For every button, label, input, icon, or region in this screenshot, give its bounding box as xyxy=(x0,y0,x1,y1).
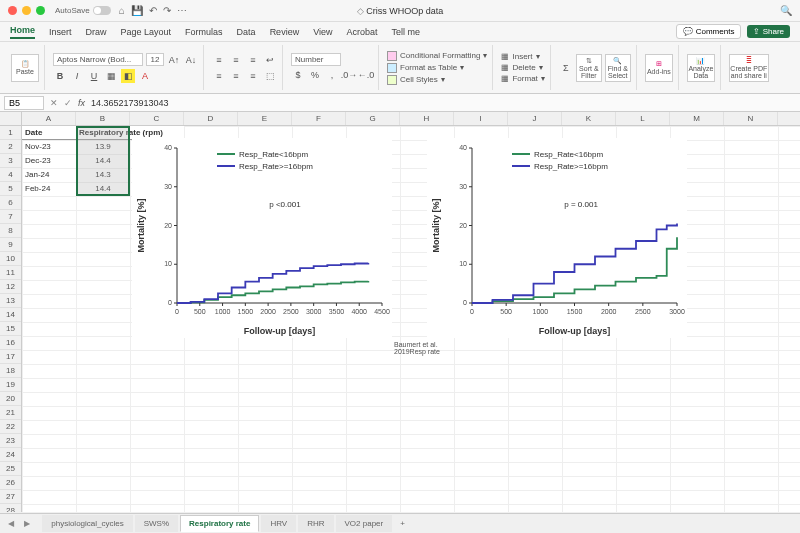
autosum-icon[interactable]: Σ xyxy=(559,61,573,75)
spreadsheet-grid[interactable]: ABCDEFGHIJKLMN 1234567891011121314151617… xyxy=(0,112,800,512)
search-icon[interactable]: 🔍 xyxy=(780,5,792,16)
tab-insert[interactable]: Insert xyxy=(49,27,72,37)
underline-icon[interactable]: U xyxy=(87,69,101,83)
save-icon[interactable]: 💾 xyxy=(131,5,143,16)
column-header[interactable]: I xyxy=(454,112,508,125)
row-header[interactable]: 20 xyxy=(0,392,21,406)
analyze-data-button[interactable]: 📊Analyze Data xyxy=(687,54,715,82)
inc-decimal-icon[interactable]: .0→ xyxy=(342,68,356,82)
chart-left[interactable]: 0102030400500100015002000250030003500400… xyxy=(132,138,392,338)
tab-data[interactable]: Data xyxy=(237,27,256,37)
sheet-tab-active[interactable]: Respiratory rate xyxy=(180,515,259,532)
sort-filter-button[interactable]: ⇅Sort & Filter xyxy=(576,54,602,82)
cell[interactable]: Feb-24 xyxy=(22,182,76,196)
paste-button[interactable]: 📋Paste xyxy=(11,54,39,82)
format-as-table-button[interactable]: Format as Table ▾ xyxy=(387,63,487,73)
cell-styles-button[interactable]: Cell Styles ▾ xyxy=(387,75,487,85)
tab-acrobat[interactable]: Acrobat xyxy=(347,27,378,37)
row-header[interactable]: 5 xyxy=(0,182,21,196)
row-header[interactable]: 26 xyxy=(0,476,21,490)
column-header[interactable]: E xyxy=(238,112,292,125)
row-header[interactable]: 18 xyxy=(0,364,21,378)
column-header[interactable]: B xyxy=(76,112,130,125)
row-header[interactable]: 21 xyxy=(0,406,21,420)
sheet-tab[interactable]: VO2 paper xyxy=(336,515,393,532)
row-header[interactable]: 19 xyxy=(0,378,21,392)
align-center-icon[interactable]: ≡ xyxy=(229,69,243,83)
window-controls[interactable] xyxy=(8,6,45,15)
cell[interactable]: Jan-24 xyxy=(22,168,76,182)
name-box[interactable]: B5 xyxy=(4,96,44,110)
row-header[interactable]: 3 xyxy=(0,154,21,168)
sheet-tab[interactable]: HRV xyxy=(261,515,296,532)
chart-right[interactable]: 010203040050010001500200025003000Resp_Ra… xyxy=(427,138,687,338)
cell[interactable]: Nov-23 xyxy=(22,140,76,154)
document-title[interactable]: Criss WHOOp data xyxy=(357,6,444,16)
conditional-formatting-button[interactable]: Conditional Formatting ▾ xyxy=(387,51,487,61)
tab-view[interactable]: View xyxy=(313,27,332,37)
borders-icon[interactable]: ▦ xyxy=(104,69,118,83)
create-pdf-button[interactable]: ≣Create PDF and share li xyxy=(729,54,769,82)
row-header[interactable]: 12 xyxy=(0,280,21,294)
fill-color-icon[interactable]: ◧ xyxy=(121,69,135,83)
cells-area[interactable]: DateRespiratory rate (rpm)Nov-2313.9Dec-… xyxy=(22,126,800,512)
row-header[interactable]: 6 xyxy=(0,196,21,210)
row-header[interactable]: 1 xyxy=(0,126,21,140)
column-header[interactable]: H xyxy=(400,112,454,125)
row-header[interactable]: 13 xyxy=(0,294,21,308)
dec-decimal-icon[interactable]: ←.0 xyxy=(359,68,373,82)
row-header[interactable]: 8 xyxy=(0,224,21,238)
percent-icon[interactable]: % xyxy=(308,68,322,82)
wrap-icon[interactable]: ↩ xyxy=(263,53,277,67)
row-header[interactable]: 4 xyxy=(0,168,21,182)
tab-draw[interactable]: Draw xyxy=(86,27,107,37)
autosave-toggle[interactable]: AutoSave xyxy=(55,6,111,15)
tab-formulas[interactable]: Formulas xyxy=(185,27,223,37)
toggle-icon[interactable] xyxy=(93,6,111,15)
cancel-icon[interactable]: ✕ xyxy=(50,98,58,108)
row-header[interactable]: 7 xyxy=(0,210,21,224)
column-header[interactable]: G xyxy=(346,112,400,125)
close-icon[interactable] xyxy=(8,6,17,15)
row-header[interactable]: 23 xyxy=(0,434,21,448)
font-color-icon[interactable]: A xyxy=(138,69,152,83)
addins-button[interactable]: ⊞Add-ins xyxy=(645,54,673,82)
font-size-select[interactable]: 12 xyxy=(146,53,164,66)
find-select-button[interactable]: 🔍Find & Select xyxy=(605,54,631,82)
align-top-icon[interactable]: ≡ xyxy=(212,53,226,67)
row-header[interactable]: 22 xyxy=(0,420,21,434)
tab-tellme[interactable]: Tell me xyxy=(392,27,421,37)
column-header[interactable]: N xyxy=(724,112,778,125)
align-mid-icon[interactable]: ≡ xyxy=(229,53,243,67)
add-sheet-button[interactable]: + xyxy=(394,519,411,528)
undo-icon[interactable]: ↶ xyxy=(149,5,157,16)
italic-icon[interactable]: I xyxy=(70,69,84,83)
column-header[interactable]: M xyxy=(670,112,724,125)
tab-review[interactable]: Review xyxy=(270,27,300,37)
cell[interactable]: Date xyxy=(22,126,76,140)
increase-font-icon[interactable]: A↑ xyxy=(167,53,181,67)
fx-icon[interactable]: fx xyxy=(78,98,85,108)
column-header[interactable]: C xyxy=(130,112,184,125)
comments-button[interactable]: 💬 Comments xyxy=(676,24,741,39)
select-all-corner[interactable] xyxy=(0,112,22,125)
row-header[interactable]: 16 xyxy=(0,336,21,350)
column-header[interactable]: J xyxy=(508,112,562,125)
delete-cells-button[interactable]: ▦ Delete ▾ xyxy=(501,63,544,72)
row-header[interactable]: 25 xyxy=(0,462,21,476)
row-header[interactable]: 15 xyxy=(0,322,21,336)
share-button[interactable]: ⇪ Share xyxy=(747,25,790,38)
tab-home[interactable]: Home xyxy=(10,25,35,39)
maximize-icon[interactable] xyxy=(36,6,45,15)
bold-icon[interactable]: B xyxy=(53,69,67,83)
column-header[interactable]: L xyxy=(616,112,670,125)
align-right-icon[interactable]: ≡ xyxy=(246,69,260,83)
minimize-icon[interactable] xyxy=(22,6,31,15)
row-header[interactable]: 17 xyxy=(0,350,21,364)
confirm-icon[interactable]: ✓ xyxy=(64,98,72,108)
row-header[interactable]: 2 xyxy=(0,140,21,154)
cell[interactable]: Dec-23 xyxy=(22,154,76,168)
insert-cells-button[interactable]: ▦ Insert ▾ xyxy=(501,52,544,61)
format-cells-button[interactable]: ▦ Format ▾ xyxy=(501,74,544,83)
column-header[interactable]: F xyxy=(292,112,346,125)
